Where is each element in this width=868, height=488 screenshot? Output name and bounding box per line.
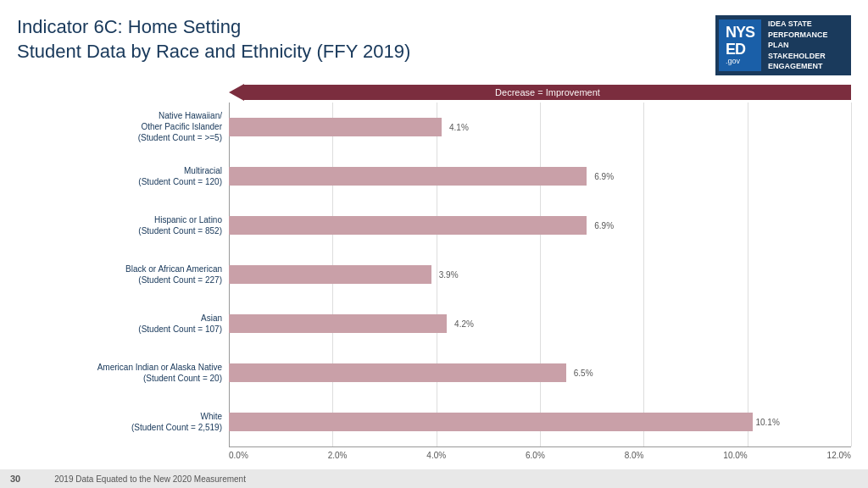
bar-row: 3.9% bbox=[229, 250, 851, 299]
bar: 4.2% bbox=[229, 314, 447, 333]
y-label: Black or African American(Student Count … bbox=[17, 250, 229, 299]
x-tick: 8.0% bbox=[625, 451, 644, 460]
x-tick: 12.0% bbox=[827, 451, 851, 460]
logo-tagline: IDEA STATEPERFORMANCEPLANSTAKEHOLDERENGA… bbox=[768, 19, 828, 72]
bars-area: 4.1%6.9%6.9%3.9%4.2%6.5%10.1% bbox=[229, 103, 851, 446]
bar-row: 6.9% bbox=[229, 201, 851, 250]
bar-row: 6.9% bbox=[229, 152, 851, 201]
x-tick: 6.0% bbox=[526, 451, 545, 460]
y-label: American Indian or Alaska Native(Student… bbox=[17, 348, 229, 397]
bar-value-label: 6.5% bbox=[574, 368, 593, 377]
footer: 30 2019 Data Equated to the New 2020 Mea… bbox=[0, 469, 868, 488]
bar: 6.5% bbox=[229, 363, 566, 382]
bar-value-label: 6.9% bbox=[594, 171, 614, 180]
y-label: Asian(Student Count = 107) bbox=[17, 299, 229, 348]
y-axis-labels: Native Hawaiian/Other Pacific Islander(S… bbox=[17, 103, 229, 446]
decrease-label: Decrease = Improvement bbox=[244, 85, 851, 100]
bar-value-label: 4.1% bbox=[449, 122, 469, 131]
x-tick: 2.0% bbox=[328, 451, 348, 460]
x-tick: 10.0% bbox=[723, 451, 747, 460]
nysed-logo: NYSED.gov bbox=[719, 19, 761, 71]
bar: 3.9% bbox=[229, 265, 431, 284]
chart-area: Decrease = Improvement Native Hawaiian/O… bbox=[17, 84, 851, 460]
header: Indicator 6C: Home Setting Student Data … bbox=[17, 15, 851, 75]
x-tick: 4.0% bbox=[426, 451, 446, 460]
bar-row: 4.1% bbox=[229, 103, 851, 152]
bar: 6.9% bbox=[229, 216, 587, 235]
y-label: Multiracial(Student Count = 120) bbox=[17, 152, 229, 201]
y-label: Native Hawaiian/Other Pacific Islander(S… bbox=[17, 103, 229, 152]
bar-value-label: 3.9% bbox=[439, 269, 459, 279]
page: Indicator 6C: Home Setting Student Data … bbox=[0, 0, 868, 488]
y-label: Hispanic or Latino(Student Count = 852) bbox=[17, 201, 229, 250]
page-title: Indicator 6C: Home Setting Student Data … bbox=[17, 15, 410, 64]
x-tick: 0.0% bbox=[229, 451, 248, 460]
bar-value-label: 4.2% bbox=[454, 319, 474, 328]
bar-row: 6.5% bbox=[229, 348, 851, 397]
bar-row: 10.1% bbox=[229, 397, 851, 446]
bar-row: 4.2% bbox=[229, 299, 851, 348]
grid-line bbox=[851, 103, 852, 446]
bar: 10.1% bbox=[229, 413, 753, 431]
bar: 4.1% bbox=[229, 118, 442, 136]
bar: 6.9% bbox=[229, 167, 587, 186]
bar-value-label: 6.9% bbox=[594, 220, 614, 230]
y-label: White(Student Count = 2,519) bbox=[17, 397, 229, 446]
page-number: 30 bbox=[10, 474, 20, 484]
x-axis: 0.0%2.0%4.0%6.0%8.0%10.0%12.0% bbox=[229, 446, 851, 460]
footer-note: 2019 Data Equated to the New 2020 Measur… bbox=[54, 474, 246, 484]
logo: NYSED.gov IDEA STATEPERFORMANCEPLANSTAKE… bbox=[715, 15, 851, 75]
bar-value-label: 10.1% bbox=[755, 417, 779, 426]
decrease-label-row: Decrease = Improvement bbox=[229, 84, 851, 101]
decrease-arrow-icon bbox=[229, 84, 244, 101]
